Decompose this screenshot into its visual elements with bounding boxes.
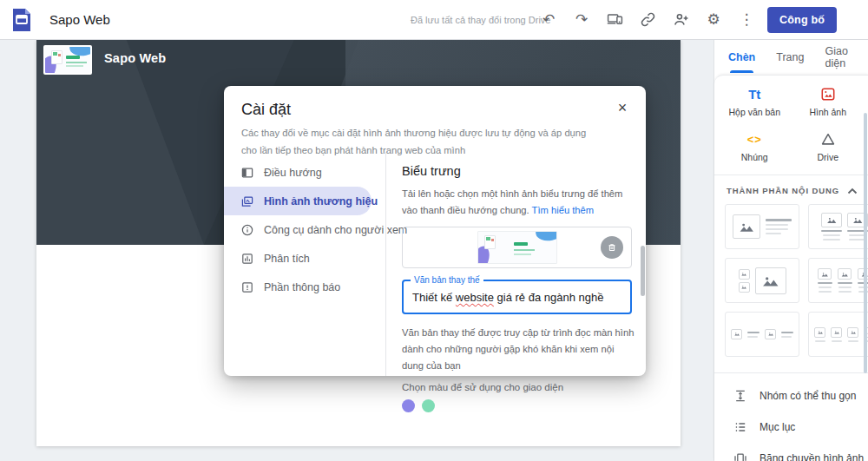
trash-icon	[606, 241, 618, 254]
embed-icon: <>	[747, 133, 762, 146]
image-carousel-icon	[733, 451, 747, 461]
settings-nav-analytics[interactable]: Phân tích	[224, 244, 385, 273]
sidebar-scrollbar[interactable]	[864, 113, 867, 373]
learn-more-link[interactable]: Tìm hiểu thêm	[532, 205, 595, 215]
dialog-title: Cài đặt	[224, 86, 646, 119]
info-icon	[240, 223, 254, 237]
navigation-icon	[240, 166, 254, 180]
share-add-person-icon[interactable]	[668, 8, 693, 32]
image-icon	[820, 87, 836, 102]
table-of-contents-icon	[733, 420, 747, 434]
insert-image[interactable]: Hình ảnh	[792, 84, 865, 117]
color-swatch-purple[interactable]	[402, 399, 415, 412]
sidebar-item-table-of-contents[interactable]: Mục lục	[714, 412, 868, 443]
undo-icon[interactable]: ↶	[536, 8, 561, 32]
preview-devices-icon[interactable]	[602, 8, 627, 32]
insert-drive[interactable]: Drive	[792, 129, 865, 162]
chevron-up-icon[interactable]	[847, 188, 858, 194]
redo-icon[interactable]: ↷	[569, 8, 594, 32]
misspelled-word: website	[456, 291, 494, 304]
publish-button[interactable]: Công bố	[767, 7, 837, 33]
alt-text-value: Thiết kế website giá rẻ đa ngành nghề	[412, 291, 603, 304]
collapsible-group-icon	[733, 389, 747, 403]
copy-link-icon[interactable]	[635, 8, 660, 32]
logo-description: Tải lên hoặc chọn một hình ảnh biểu trưn…	[402, 186, 624, 219]
brand-images-icon	[240, 194, 254, 208]
theme-color-label: Chọn màu để sử dụng cho giao diện	[402, 382, 635, 392]
layout-thumbnail-two-pairs[interactable]	[725, 312, 799, 357]
settings-gear-icon[interactable]: ⚙	[701, 8, 726, 32]
content-blocks-header[interactable]: THÀNH PHẦN NỘI DUNG	[714, 175, 868, 202]
site-header-name[interactable]: Sapo Web	[104, 51, 166, 65]
settings-nav: Điều hướng Hình ảnh thương hiệu Công cụ …	[224, 152, 386, 376]
tab-pages[interactable]: Trang	[776, 40, 804, 75]
settings-nav-viewer-tools[interactable]: Công cụ dành cho người xem	[224, 215, 385, 244]
settings-nav-announcement[interactable]: Phần thông báo	[224, 273, 385, 301]
tab-themes[interactable]: Giao diện	[825, 40, 868, 75]
site-logo-thumbnail[interactable]	[43, 45, 92, 75]
delete-logo-button[interactable]	[601, 236, 623, 259]
logo-section-heading: Biểu trưng	[402, 164, 635, 178]
insert-text-box[interactable]: Tt Hộp văn bản	[718, 84, 792, 117]
theme-color-swatches	[402, 399, 635, 412]
save-status: Đã lưu tất cả thay đổi trong Drive	[411, 15, 550, 25]
logo-artwork	[477, 231, 557, 264]
dialog-scrollbar[interactable]	[641, 246, 645, 296]
sidebar-item-collapsible-group[interactable]: Nhóm có thể thu gọn	[714, 380, 868, 412]
more-options-icon[interactable]: ⋮	[734, 8, 759, 32]
layout-thumbnail-three-columns[interactable]	[808, 258, 868, 303]
sites-logo-icon[interactable]	[11, 8, 32, 32]
insert-sidebar: Chèn Trang Giao diện Tt Hộp văn bản	[713, 40, 868, 461]
announcement-icon	[240, 280, 254, 294]
brand-images-pane: Biểu trưng Tải lên hoặc chọn một hình ản…	[386, 152, 648, 376]
layout-thumbnail-gallery[interactable]	[725, 258, 799, 303]
layout-thumbnail-four-columns[interactable]	[808, 312, 868, 357]
tab-insert[interactable]: Chèn	[728, 40, 755, 75]
alt-text-help: Văn bản thay thế được truy cập từ trình …	[402, 325, 635, 374]
settings-nav-navigation[interactable]: Điều hướng	[224, 158, 385, 187]
settings-dialog: × Cài đặt Các thay đổi về mục cài đặt hì…	[224, 86, 646, 376]
logo-preview-box[interactable]	[402, 227, 632, 268]
sidebar-tabs: Chèn Trang Giao diện	[714, 40, 868, 75]
text-box-icon: Tt	[748, 87, 760, 102]
sidebar-item-image-carousel[interactable]: Băng chuyền hình ảnh	[714, 443, 868, 461]
logo-artwork	[45, 47, 90, 73]
alt-text-label: Văn bản thay thế	[411, 275, 483, 285]
insert-panel: Tt Hộp văn bản Hình ảnh <> Nhún	[714, 75, 868, 461]
close-icon[interactable]: ×	[611, 96, 634, 119]
analytics-icon	[240, 252, 254, 266]
site-title[interactable]: Sapo Web	[49, 12, 110, 27]
layout-thumbnail-image-text[interactable]	[725, 204, 799, 249]
settings-nav-brand-images[interactable]: Hình ảnh thương hiệu	[224, 187, 372, 215]
layout-thumbnails	[714, 202, 868, 366]
layout-thumbnail-two-columns[interactable]	[808, 204, 868, 249]
insert-embed[interactable]: <> Nhúng	[718, 129, 792, 162]
color-swatch-green[interactable]	[422, 399, 435, 412]
top-toolbar: Sapo Web Đã lưu tất cả thay đổi trong Dr…	[0, 0, 868, 40]
alt-text-input[interactable]: Văn bản thay thế Thiết kế website giá rẻ…	[402, 280, 632, 314]
google-sites-editor: Sapo Web Đã lưu tất cả thay đổi trong Dr…	[0, 0, 868, 461]
drive-icon	[820, 132, 836, 147]
